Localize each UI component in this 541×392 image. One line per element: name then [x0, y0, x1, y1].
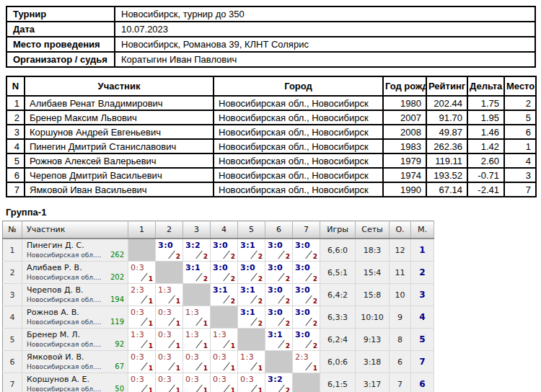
participant-birth-year: 1980 [383, 96, 426, 110]
match-cell: 1:3 1 [238, 351, 265, 373]
place-cell: 5 [411, 329, 434, 351]
tournament-info-table: Турнир Новосибирск, турнир до 350 Дата 1… [6, 6, 536, 68]
participant-city: Новосибирская обл., Новосибирск [214, 125, 383, 139]
sets-cell: 3:17 [356, 373, 390, 392]
games-cell: 6,3:3 [320, 306, 356, 329]
match-cell: 2:3 1 [293, 351, 320, 373]
points-cell: 11 [390, 262, 411, 284]
group-header-sets: Сеты [356, 221, 390, 239]
diagonal-slash [250, 295, 257, 304]
diagonal-slash [141, 318, 147, 326]
match-score: 2:3 [131, 285, 144, 295]
info-row: Место проведения Новосибирск, Романова 3… [6, 37, 535, 52]
match-points: 2 [231, 275, 235, 282]
match-score: 3:1 [240, 285, 255, 295]
match-cell: 3:0 2 [293, 329, 320, 351]
diagonal-slash [195, 362, 202, 371]
player-name: Пинегин Д. С. [22, 239, 128, 251]
match-score: 0:3 [213, 375, 226, 384]
match-score: 3:1 [240, 241, 255, 250]
match-cell: 0:3 1 [156, 351, 183, 373]
match-cell: 3:1 2 [238, 284, 265, 306]
match-points: 1 [149, 387, 153, 392]
match-points: 2 [231, 253, 235, 260]
match-cell: 0:3 1 [156, 306, 183, 329]
player-rating: 119 [110, 318, 124, 326]
match-score: 1:3 [185, 330, 199, 339]
match-points: 1 [176, 320, 180, 327]
match-points: 2 [313, 253, 317, 260]
match-points: 1 [149, 298, 153, 305]
participant-name: Ямковой Иван Васильевич [25, 182, 214, 197]
match-score: 0:3 [185, 375, 199, 384]
participant-number: 6 [6, 168, 25, 182]
games-cell: 6,5:1 [320, 262, 356, 284]
player-subline: Новосибирская обл.... 50 [22, 385, 128, 392]
match-cell [183, 284, 211, 306]
player-number: 6 [3, 351, 22, 373]
diagonal-slash [305, 273, 312, 282]
info-value: 10.07.2023 [115, 22, 535, 37]
player-subline: Новосибирская обл.... 194 [22, 295, 128, 306]
participant-birth-year: 2008 [383, 125, 426, 139]
match-score: 0:3 [131, 263, 144, 272]
participant-name: Черепов Дмитрий Васильевич [25, 168, 214, 182]
sets-cell: 18:3 [356, 239, 390, 262]
participant-delta: 2.60 [467, 153, 504, 168]
match-points: 2 [258, 275, 263, 282]
participant-place: 1 [504, 139, 536, 153]
participant-rating: 91.70 [426, 110, 467, 125]
match-cell: 3:0 2 [265, 284, 293, 306]
place-cell: 7 [411, 351, 434, 373]
match-score: 3:0 [213, 263, 228, 272]
match-score: 3:1 [240, 308, 255, 317]
player-number: 5 [3, 329, 22, 351]
diagonal-slash [168, 385, 175, 392]
player-subline: Новосибирская обл.... 202 [22, 273, 128, 283]
participant-row: 4 Пинегин Дмитрий Станиславович Новосиби… [6, 139, 536, 153]
participant-place: 3 [504, 168, 536, 182]
player-rating: 50 [115, 385, 124, 392]
player-rating: 202 [110, 273, 124, 281]
match-points: 1 [258, 365, 263, 372]
diagonal-slash [141, 273, 147, 282]
participant-name: Пинегин Дмитрий Станиславович [25, 139, 214, 153]
player-name: Коршунов А. Е. [22, 373, 128, 385]
match-points: 1 [258, 387, 263, 392]
match-cell: 0:3 1 [211, 351, 238, 373]
match-points: 1 [231, 365, 235, 372]
match-score: 3:0 [295, 241, 310, 250]
match-points: 2 [313, 320, 317, 327]
sets-cell: 10:10 [356, 306, 390, 329]
match-points: 2 [286, 342, 290, 349]
diagonal-slash [250, 273, 257, 282]
group-header-round-1: 1 [128, 221, 156, 239]
match-score: 1:3 [213, 330, 226, 339]
sets-cell: 3:18 [356, 351, 390, 373]
diagonal-slash [141, 362, 147, 371]
match-score: 0:3 [158, 308, 172, 317]
info-label: Турнир [6, 6, 115, 22]
match-score: 0:3 [131, 375, 144, 384]
group-header-number: № [3, 221, 22, 239]
match-score: 1:3 [240, 352, 254, 362]
match-cell: 0:3 1 [128, 306, 156, 329]
player-number: 3 [3, 284, 22, 306]
match-cell: 3:2 2 [183, 239, 211, 262]
diagonal-slash [195, 385, 202, 392]
match-cell: 0:3 1 [238, 373, 265, 392]
group-header-round-7: 7 [293, 221, 320, 239]
diagonal-slash [305, 251, 312, 259]
match-score: 3:0 [268, 263, 283, 272]
group-row: 4 Рожнов А. В. Новосибирская обл.... 119… [3, 306, 434, 329]
match-cell: 3:0 2 [238, 262, 265, 284]
diagonal-slash [305, 295, 312, 304]
participant-delta: -2.41 [467, 182, 504, 197]
match-points: 2 [313, 275, 317, 282]
participant-row: 7 Ямковой Иван Васильевич Новосибирская … [6, 182, 536, 197]
match-score: 2:3 [295, 352, 309, 362]
column-header-rating: Рейтинг [426, 76, 467, 96]
player-cell: Ямковой И. В. Новосибирская обл.... 67 [22, 351, 128, 373]
group-header-participant: Участник [22, 221, 128, 239]
player-rating: 194 [110, 295, 124, 303]
